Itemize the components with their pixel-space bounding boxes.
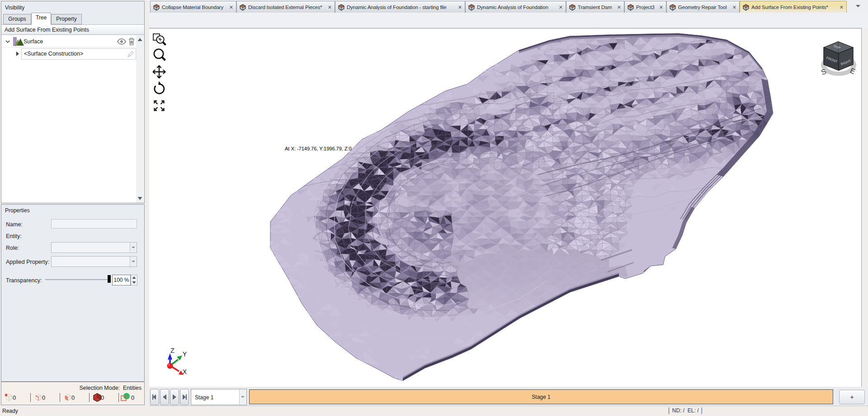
- svg-text:Y: Y: [183, 351, 187, 359]
- svg-text:Z: Z: [170, 347, 175, 355]
- svg-text:E: E: [849, 66, 857, 75]
- svg-text:X: X: [183, 369, 187, 376]
